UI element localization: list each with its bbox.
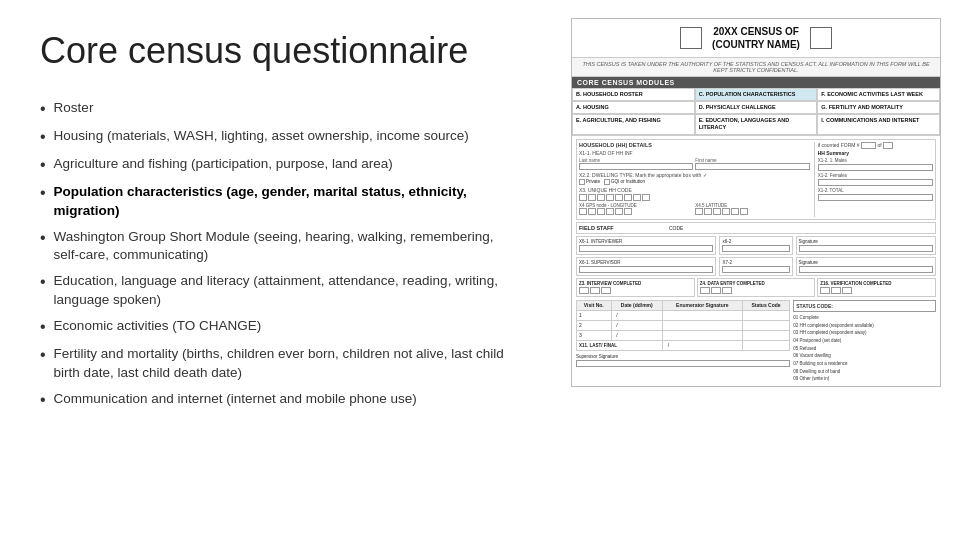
x7-2-label: X7-2 <box>722 260 789 265</box>
males-label: X1-2. 1. Males <box>818 158 933 163</box>
total-label: X1-2. TOTAL <box>818 188 933 193</box>
form-subtitle: THIS CENSUS IS TAKEN UNDER THE AUTHORITY… <box>572 58 940 77</box>
data-entry-label: Z4. DATA ENTRY COMPLETED <box>700 281 813 286</box>
status-code-item: 09 Other (write in) <box>793 375 936 383</box>
field-staff-label: FIELD STAFF <box>579 225 666 231</box>
bullet-text: Agriculture and fishing (participation, … <box>54 155 393 174</box>
x6-2-label: x6-2 <box>722 239 789 244</box>
bullet-item: •Roster <box>40 99 520 120</box>
bullet-dot: • <box>40 127 46 148</box>
code-label: CODE <box>669 225 756 231</box>
date-header: Date (dd/mm) <box>611 300 662 310</box>
status-code-item: 07 Building not a residence <box>793 360 936 368</box>
form-header-box-right <box>810 27 832 49</box>
bullet-dot: • <box>40 155 46 176</box>
bullet-text: Housing (materials, WASH, lighting, asse… <box>54 127 469 146</box>
visit-no-header: Visit No. <box>577 300 612 310</box>
bullet-text: Washington Group Short Module (seeing, h… <box>54 228 520 266</box>
bullet-dot: • <box>40 390 46 411</box>
bullet-text: Fertility and mortality (births, childre… <box>54 345 520 383</box>
bullet-dot: • <box>40 345 46 366</box>
form-no-label: if counted FORM # of <box>818 142 933 149</box>
modules-header: CORE CENSUS MODULES <box>572 77 940 88</box>
supervisor-label: X6-1. SUPERVISOR <box>579 260 713 265</box>
form-title-line1: 20XX CENSUS OF (COUNTRY NAME) <box>712 25 800 51</box>
status-codes-list: 01 Complete02 HH completed (respondent a… <box>793 314 936 383</box>
bullet-text: Economic activities (TO CHANGE) <box>54 317 262 336</box>
supervisor-signature-label: Supervisor Signature <box>576 354 790 359</box>
interview-completed-label: Z3. INTERVIEW COMPLETED <box>579 281 692 286</box>
status-code-item: 04 Postponed (set date) <box>793 337 936 345</box>
status-code-area: STATUS CODE: 01 Complete02 HH completed … <box>793 300 936 383</box>
bullet-dot: • <box>40 183 46 204</box>
visit-table: Visit No. Date (dd/mm) Enumerator Signat… <box>576 300 790 383</box>
females-label: X1-2. Females <box>818 173 933 178</box>
gqi-label: GQI or Institution <box>611 179 645 184</box>
unique-hh-code-label: X3. UNIQUE HH CODE <box>579 187 810 193</box>
bullet-dot: • <box>40 317 46 338</box>
bullet-text: Education, language and literacy (attain… <box>54 272 520 310</box>
left-panel: Core census questionnaire •Roster•Housin… <box>0 0 560 540</box>
bullet-dot: • <box>40 99 46 120</box>
bullet-item: •Agriculture and fishing (participation,… <box>40 155 520 176</box>
status-code-header: Status Code <box>742 300 789 310</box>
status-title: STATUS CODE: <box>793 300 936 313</box>
status-code-item: 06 Vacant dwelling <box>793 352 936 360</box>
bullet-item: •Economic activities (TO CHANGE) <box>40 317 520 338</box>
status-code-item: 02 HH completed (respondent available) <box>793 322 936 330</box>
visit-row-x11: X11. LAST/ FINAL / <box>577 340 790 350</box>
dwelling-label: X2.2. DWELLING TYPE: Mark the appropriat… <box>579 172 810 178</box>
form-title: 20XX CENSUS OF (COUNTRY NAME) <box>712 25 800 51</box>
bullet-item: •Washington Group Short Module (seeing, … <box>40 228 520 266</box>
visit-row-2: 2 / <box>577 320 790 330</box>
bullet-list: •Roster•Housing (materials, WASH, lighti… <box>40 99 520 417</box>
bullet-dot: • <box>40 272 46 293</box>
hh-details-label: HOUSEHOLD (HH) DETAILS <box>579 142 810 148</box>
form-header: 20XX CENSUS OF (COUNTRY NAME) <box>572 19 940 58</box>
bullet-text: Communication and internet (internet and… <box>54 390 417 409</box>
modules-grid: B. HOUSEHOLD ROSTERC. POPULATION CHARACT… <box>572 88 940 136</box>
verification-label: Z16. VERIFICATION COMPLETED <box>820 281 933 286</box>
module-cell: B. HOUSEHOLD ROSTER <box>572 88 695 101</box>
form-header-box-left <box>680 27 702 49</box>
bullet-item: •Housing (materials, WASH, lighting, ass… <box>40 127 520 148</box>
signature-label: Signature <box>799 239 933 244</box>
bullet-item: •Population characteristics (age, gender… <box>40 183 520 221</box>
module-cell: E. AGRICULTURE, AND FISHING <box>572 114 695 134</box>
module-cell: C. POPULATION CHARACTERISTICS <box>695 88 818 101</box>
status-code-item: 08 Dwelling out of band <box>793 368 936 376</box>
module-cell: G. FERTILITY AND MORTALITY <box>817 101 940 114</box>
hh-summary-label: HH Summary <box>818 150 933 156</box>
bullet-item: •Fertility and mortality (births, childr… <box>40 345 520 383</box>
interviewer-label: X6-1. INTERVIEWER <box>579 239 713 244</box>
module-cell: I. COMMUNICATIONS AND INTERNET <box>817 114 940 134</box>
bullet-text: Population characteristics (age, gender,… <box>54 183 520 221</box>
module-cell: F. ECONOMIC ACTIVITIES LAST WEEK <box>817 88 940 101</box>
visit-row-1: 1 / <box>577 310 790 320</box>
enumerator-header: Enumerator Signature <box>662 300 742 310</box>
private-label: Private <box>586 179 600 184</box>
signature-label2: Signature <box>799 260 933 265</box>
bullet-item: •Communication and internet (internet an… <box>40 390 520 411</box>
status-code-item: 03 HH completed (respondent away) <box>793 329 936 337</box>
visit-table-area: Visit No. Date (dd/mm) Enumerator Signat… <box>576 300 936 383</box>
form-body: HOUSEHOLD (HH) DETAILS X1-1. HEAD OF HH … <box>572 136 940 386</box>
module-cell: A. HOUSING <box>572 101 695 114</box>
page-title: Core census questionnaire <box>40 30 520 71</box>
status-code-item: 01 Complete <box>793 314 936 322</box>
module-cell: D. PHYSICALLY CHALLENGE <box>695 101 818 114</box>
bullet-item: •Education, language and literacy (attai… <box>40 272 520 310</box>
census-form: 20XX CENSUS OF (COUNTRY NAME) THIS CENSU… <box>571 18 941 387</box>
head-label: X1-1. HEAD OF HH INF <box>579 150 633 156</box>
module-cell: E. EDUCATION, LANGUAGES AND LITERACY <box>695 114 818 134</box>
visit-row-3: 3 / <box>577 330 790 340</box>
right-panel: 20XX CENSUS OF (COUNTRY NAME) THIS CENSU… <box>560 0 960 540</box>
bullet-dot: • <box>40 228 46 249</box>
status-code-item: 05 Refused <box>793 345 936 353</box>
bullet-text: Roster <box>54 99 94 118</box>
